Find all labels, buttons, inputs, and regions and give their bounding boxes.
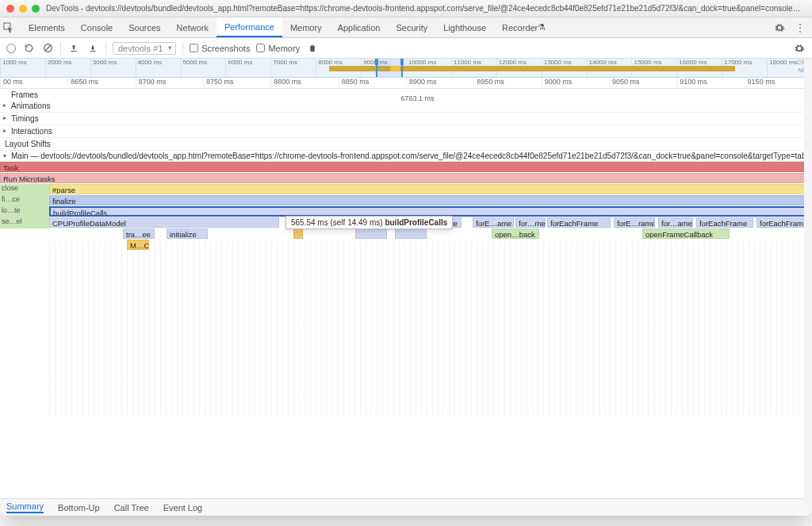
selection-handle-left[interactable] — [375, 59, 378, 65]
more-icon[interactable]: ⋮ — [791, 22, 809, 33]
track-main[interactable]: Main — devtools://devtools/bundled/devto… — [0, 151, 812, 162]
settings-gear-icon[interactable] — [774, 22, 791, 33]
track-timings[interactable]: Timings — [0, 113, 812, 125]
flame-task[interactable]: Task — [0, 162, 812, 172]
flame-small-2[interactable] — [355, 228, 387, 239]
svg-rect-4 — [90, 51, 96, 52]
flame-parse[interactable]: #parse — [49, 184, 812, 194]
gc-button[interactable] — [306, 42, 319, 55]
save-profile-button[interactable] — [86, 42, 99, 55]
track-interactions[interactable]: Interactions — [0, 125, 812, 138]
btab-bottom-up[interactable]: Bottom-Up — [58, 503, 100, 513]
vertical-scrollbar[interactable] — [804, 59, 812, 509]
tab-sources[interactable]: Sources — [121, 17, 168, 37]
inspect-icon[interactable] — [3, 22, 21, 33]
btab-call-tree[interactable]: Call Tree — [114, 503, 149, 513]
capture-settings-gear-icon[interactable] — [793, 42, 806, 55]
perf-toolbar: devtools #1 Screenshots Memory — [0, 38, 812, 59]
gutter-seel: se…el — [0, 217, 49, 228]
tab-lighthouse[interactable]: Lighthouse — [435, 17, 494, 37]
clear-button[interactable] — [41, 42, 54, 55]
titlebar: DevTools - devtools://devtools/bundled/d… — [0, 0, 812, 17]
flame-for-1[interactable]: for…me — [515, 217, 546, 228]
flame-detail-stripes — [49, 241, 812, 416]
flame-cpuprofiledatamodel[interactable]: CPUProfileDataModel — [49, 217, 279, 228]
traffic-lights — [6, 5, 40, 13]
flame-openback[interactable]: open…back — [492, 228, 539, 239]
panel-tabs: Elements Console Sources Network Perform… — [0, 17, 812, 38]
close-window-icon[interactable] — [6, 5, 14, 13]
flame-foreach-2[interactable]: forE…rame — [614, 217, 655, 228]
btab-summary[interactable]: Summary — [6, 501, 44, 513]
flame-small-3[interactable] — [395, 228, 427, 239]
flame-foreachframe-3[interactable]: forEachFrame — [756, 217, 804, 228]
flame-tooltip: 565.54 ms (self 14.49 ms) buildProfileCa… — [285, 216, 453, 229]
window-title: DevTools - devtools://devtools/bundled/d… — [46, 4, 806, 13]
load-profile-button[interactable] — [67, 42, 80, 55]
flame-foreachframe-2[interactable]: forEachFrame — [696, 217, 753, 228]
flame-small-1[interactable] — [293, 228, 303, 239]
btab-event-log[interactable]: Event Log — [163, 503, 203, 513]
flame-foreachframe-1[interactable]: forEachFrame — [547, 217, 611, 228]
record-button[interactable] — [6, 44, 16, 53]
details-tabs: Summary Bottom-Up Call Tree Event Log — [0, 498, 812, 516]
zoom-window-icon[interactable] — [32, 5, 40, 13]
flask-icon: ⚗ — [538, 22, 546, 33]
tab-security[interactable]: Security — [388, 17, 435, 37]
svg-rect-3 — [71, 51, 77, 52]
flame-openframecallback[interactable]: openFrameCallback — [642, 228, 730, 239]
minimize-window-icon[interactable] — [19, 5, 27, 13]
flame-finalize[interactable]: finalize — [49, 195, 812, 205]
tab-network[interactable]: Network — [169, 17, 216, 37]
svg-line-2 — [45, 45, 51, 51]
track-frames[interactable]: Frames — [0, 89, 51, 101]
screenshots-checkbox[interactable]: Screenshots — [190, 44, 250, 53]
timeline-overview[interactable]: 1000 ms 2000 ms 3000 ms 4000 ms 5000 ms … — [0, 59, 812, 78]
tab-elements[interactable]: Elements — [21, 17, 73, 37]
memory-checkbox[interactable]: Memory — [256, 44, 300, 53]
overview-highlight — [390, 66, 400, 71]
tab-recorder[interactable]: Recorder ⚗ — [494, 17, 553, 37]
gutter-lote: lo…te — [0, 206, 49, 217]
track-animations[interactable]: Animations — [0, 100, 812, 113]
tab-performance[interactable]: Performance — [216, 17, 282, 37]
flame-foreach-1[interactable]: forE…ame — [473, 217, 514, 228]
reload-button[interactable] — [22, 42, 35, 55]
flame-traee[interactable]: tra…ee — [123, 228, 155, 239]
tab-application[interactable]: Application — [330, 17, 389, 37]
detail-ruler[interactable]: 00 ms 8650 ms 8700 ms 8750 ms 8800 ms 88… — [0, 78, 812, 89]
gutter-fice: fi…ce — [0, 195, 49, 206]
gutter-close: close — [0, 184, 49, 195]
tab-console[interactable]: Console — [73, 17, 121, 37]
flame-microtasks[interactable]: Run Microtasks — [0, 173, 812, 183]
track-list: Frames 6783.1 ms Animations Timings Inte… — [0, 89, 812, 162]
track-layout-shifts[interactable]: Layout Shifts — [0, 138, 812, 151]
tab-memory[interactable]: Memory — [282, 17, 330, 37]
profile-select[interactable]: devtools #1 — [113, 42, 176, 55]
flame-initialize[interactable]: initialize — [167, 228, 208, 239]
selection-handle-right[interactable] — [400, 59, 404, 65]
flame-chart[interactable]: Task Run Microtasks close #parse fi…ce f… — [0, 162, 812, 424]
flame-for-2[interactable]: for…ame — [658, 217, 693, 228]
